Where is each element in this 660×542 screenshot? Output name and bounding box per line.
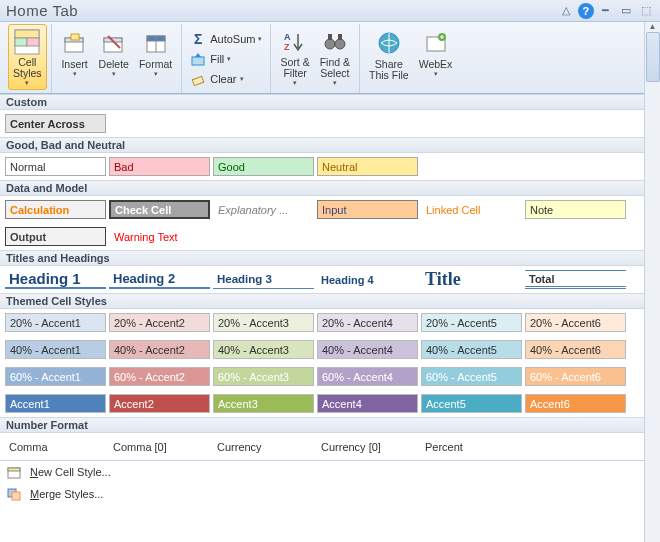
new-cell-style-menu[interactable]: New Cell Style... — [0, 461, 644, 483]
delete-icon — [100, 29, 128, 57]
style-comma-0-[interactable]: Comma [0] — [109, 437, 210, 456]
fill-button[interactable]: Fill ▾ — [188, 49, 264, 69]
autosum-button[interactable]: Σ AutoSum ▾ — [188, 29, 264, 49]
style-40-accent6[interactable]: 40% - Accent6 — [525, 340, 626, 359]
style-good[interactable]: Good — [213, 157, 314, 176]
section-data-model: Data and Model — [0, 180, 644, 196]
style-accent4[interactable]: Accent4 — [317, 394, 418, 413]
ribbon: Cell Styles ▾ Insert ▾ Delete ▾ Format ▾… — [0, 22, 660, 94]
style-60-accent4[interactable]: 60% - Accent4 — [317, 367, 418, 386]
editing-group: Σ AutoSum ▾ Fill ▾ Clear ▾ — [182, 24, 271, 93]
svg-point-17 — [325, 39, 335, 49]
style-heading2[interactable]: Heading 2 — [109, 270, 210, 289]
svg-rect-6 — [71, 34, 79, 40]
section-custom: Custom — [0, 94, 644, 110]
style-heading3[interactable]: Heading 3 — [213, 270, 314, 289]
style-warning[interactable]: Warning Text — [109, 227, 210, 246]
customize-icon[interactable]: △ — [558, 3, 574, 19]
binoculars-icon — [321, 29, 349, 55]
sort-filter-button[interactable]: AZ Sort & Filter ▾ — [275, 24, 314, 90]
style-currency[interactable]: Currency — [213, 437, 314, 456]
clear-label: Clear — [210, 73, 236, 85]
style-calculation[interactable]: Calculation — [5, 200, 106, 219]
svg-rect-1 — [15, 30, 39, 38]
style-40-accent4[interactable]: 40% - Accent4 — [317, 340, 418, 359]
eraser-icon — [190, 71, 206, 87]
style-60-accent6[interactable]: 60% - Accent6 — [525, 367, 626, 386]
style-20-accent5[interactable]: 20% - Accent5 — [421, 313, 522, 332]
chevron-down-icon: ▾ — [25, 79, 29, 87]
style-explanatory[interactable]: Explanatory ... — [213, 200, 314, 219]
style-accent3[interactable]: Accent3 — [213, 394, 314, 413]
style-20-accent1[interactable]: 20% - Accent1 — [5, 313, 106, 332]
chevron-down-icon: ▾ — [227, 55, 231, 63]
style-output[interactable]: Output — [5, 227, 106, 246]
close-icon[interactable]: ⬚ — [638, 3, 654, 19]
style-heading4[interactable]: Heading 4 — [317, 270, 418, 289]
vertical-scrollbar[interactable]: ▲ — [644, 22, 660, 542]
format-button[interactable]: Format ▾ — [134, 24, 177, 90]
style-60-accent5[interactable]: 60% - Accent5 — [421, 367, 522, 386]
share-file-button[interactable]: Share This File — [364, 24, 414, 90]
svg-rect-13 — [192, 57, 204, 65]
chevron-down-icon: ▾ — [258, 35, 262, 43]
help-icon[interactable]: ? — [578, 3, 594, 19]
style-normal[interactable]: Normal — [5, 157, 106, 176]
style-currency-0-[interactable]: Currency [0] — [317, 437, 418, 456]
style-check-cell[interactable]: Check Cell — [109, 200, 210, 219]
clear-button[interactable]: Clear ▾ — [188, 69, 264, 89]
minimize-icon[interactable]: ━ — [598, 3, 614, 19]
style-input[interactable]: Input — [317, 200, 418, 219]
style-20-accent3[interactable]: 20% - Accent3 — [213, 313, 314, 332]
style-20-accent6[interactable]: 20% - Accent6 — [525, 313, 626, 332]
cell-styles-button[interactable]: Cell Styles ▾ — [8, 24, 47, 90]
style-20-accent2[interactable]: 20% - Accent2 — [109, 313, 210, 332]
style-title[interactable]: Title — [421, 270, 522, 289]
style-comma[interactable]: Comma — [5, 437, 106, 456]
style-bad[interactable]: Bad — [109, 157, 210, 176]
chevron-down-icon: ▾ — [154, 70, 158, 78]
scrollbar-thumb[interactable] — [646, 32, 660, 82]
style-accent5[interactable]: Accent5 — [421, 394, 522, 413]
section-gbn: Good, Bad and Neutral — [0, 137, 644, 153]
style-note[interactable]: Note — [525, 200, 626, 219]
style-60-accent2[interactable]: 60% - Accent2 — [109, 367, 210, 386]
style-60-accent1[interactable]: 60% - Accent1 — [5, 367, 106, 386]
svg-rect-2 — [15, 38, 27, 46]
merge-styles-label: Merge Styles... — [30, 488, 103, 500]
merge-styles-menu[interactable]: Merge Styles... — [0, 483, 644, 505]
share-icon — [375, 29, 403, 57]
style-60-accent3[interactable]: 60% - Accent3 — [213, 367, 314, 386]
svg-rect-19 — [328, 34, 332, 40]
section-themed: Themed Cell Styles — [0, 293, 644, 309]
format-label: Format — [139, 59, 172, 70]
style-center-across[interactable]: Center Across — [5, 114, 106, 133]
style-40-accent2[interactable]: 40% - Accent2 — [109, 340, 210, 359]
insert-button[interactable]: Insert ▾ — [56, 24, 94, 90]
style-accent2[interactable]: Accent2 — [109, 394, 210, 413]
style-40-accent3[interactable]: 40% - Accent3 — [213, 340, 314, 359]
section-number: Number Format — [0, 417, 644, 433]
style-neutral[interactable]: Neutral — [317, 157, 418, 176]
style-40-accent1[interactable]: 40% - Accent1 — [5, 340, 106, 359]
style-percent[interactable]: Percent — [421, 437, 522, 456]
delete-button[interactable]: Delete ▾ — [94, 24, 134, 90]
style-20-accent4[interactable]: 20% - Accent4 — [317, 313, 418, 332]
style-total[interactable]: Total — [525, 270, 626, 289]
chevron-down-icon: ▾ — [240, 75, 244, 83]
autosum-label: AutoSum — [210, 33, 255, 45]
find-select-button[interactable]: Find & Select ▾ — [315, 24, 355, 90]
style-linked-cell[interactable]: Linked Cell — [421, 200, 522, 219]
chevron-down-icon: ▾ — [73, 70, 77, 78]
styles-group: Cell Styles ▾ — [4, 24, 52, 93]
style-heading1[interactable]: Heading 1 — [5, 270, 106, 289]
sort-icon: AZ — [281, 29, 309, 55]
style-40-accent5[interactable]: 40% - Accent5 — [421, 340, 522, 359]
restore-icon[interactable]: ▭ — [618, 3, 634, 19]
sigma-icon: Σ — [190, 31, 206, 47]
window-title: Home Tab — [6, 2, 78, 19]
style-accent6[interactable]: Accent6 — [525, 394, 626, 413]
find-select-label: Find & Select — [320, 57, 350, 79]
webex-button[interactable]: WebEx ▾ — [414, 24, 458, 90]
style-accent1[interactable]: Accent1 — [5, 394, 106, 413]
